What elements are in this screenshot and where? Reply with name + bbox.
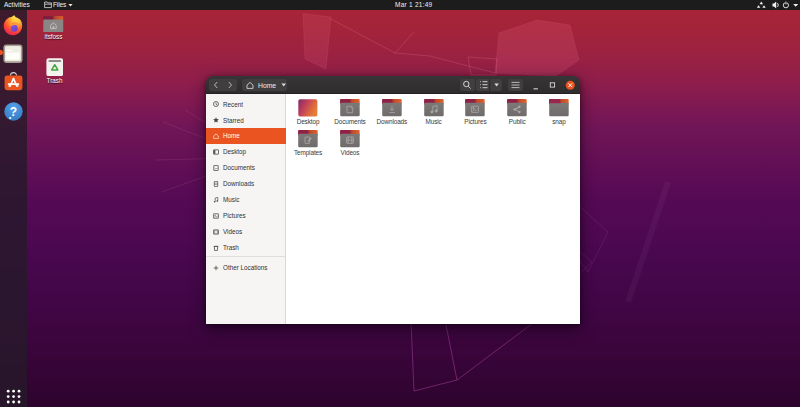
svg-text:Home: Home	[258, 82, 276, 89]
svg-text:?: ?	[9, 104, 16, 118]
